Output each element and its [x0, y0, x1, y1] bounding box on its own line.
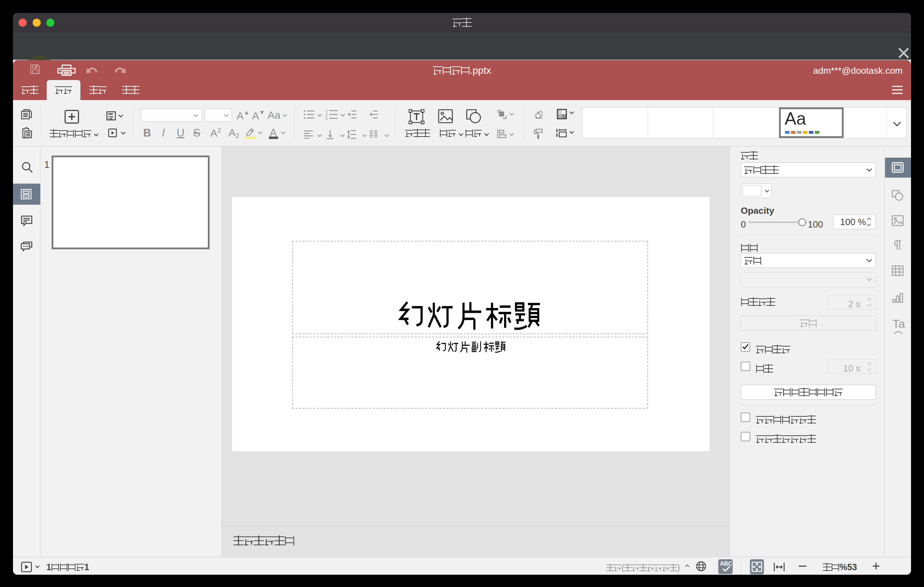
svg-text:3: 3: [325, 116, 328, 120]
